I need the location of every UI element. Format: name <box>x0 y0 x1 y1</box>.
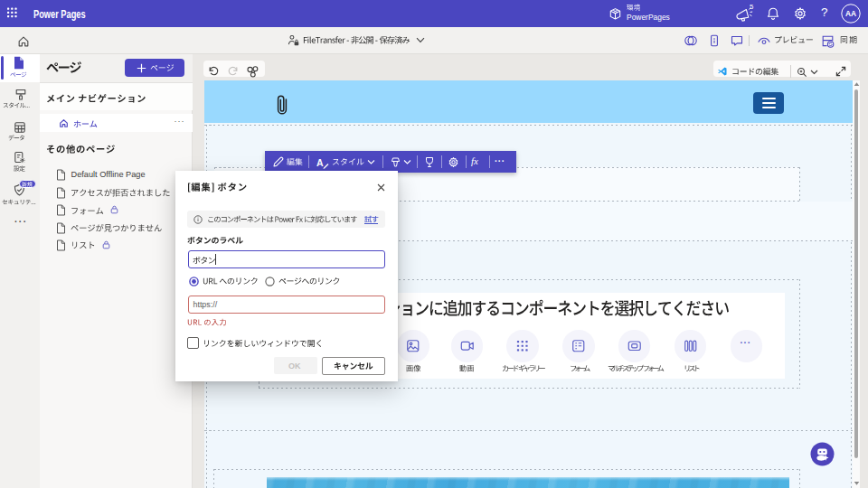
svg-text:A: A <box>316 156 324 167</box>
svg-text:AA: AA <box>845 9 856 18</box>
